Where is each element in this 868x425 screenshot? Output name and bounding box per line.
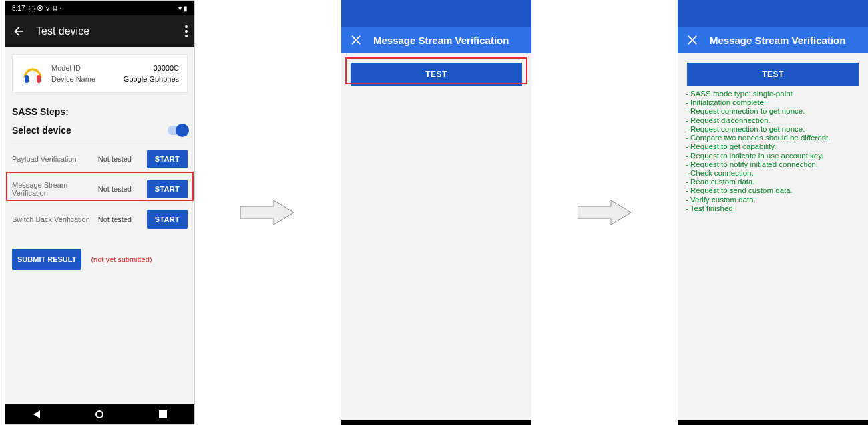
bottom-bar [341,420,531,425]
flow-arrow-icon [578,200,631,225]
test-button[interactable]: TEST [351,63,522,86]
phone-screen-2: Message Stream Verification TEST [341,0,531,425]
start-button[interactable]: START [147,150,188,168]
bottom-bar [678,420,868,425]
select-device-toggle[interactable] [168,126,188,135]
app-bar: Test device [5,15,194,47]
log-line: Request to indicate in use account key. [686,152,860,160]
svg-marker-7 [578,200,631,225]
back-arrow-icon[interactable] [12,25,25,38]
step-row-payload: Payload Verification Not tested START [12,144,188,174]
phone-screen-1: 8:17 ⬚ ⦿ ⋎ ⚙ · ▾ ▮ Test device [5,0,195,425]
log-line: Request disconnection. [686,116,860,125]
sub-app-bar: Message Stream Verification [341,27,531,53]
nav-home-icon[interactable] [95,410,103,418]
step-name: Payload Verification [12,155,91,163]
step-status: Not tested [98,185,140,193]
log-line: Request to get capability. [686,142,860,151]
log-line: Request connection to get nonce. [686,125,860,134]
step-row-switch-back: Switch Back Verification Not tested STAR… [12,204,188,234]
log-line: Compare two nonces should be different. [686,134,860,142]
step-name: Switch Back Verification [12,215,91,223]
log-line: Check connection. [686,169,860,178]
device-name-value: Google Gphones [124,75,179,83]
page-title: Test device [36,25,174,37]
top-bar [678,0,868,27]
device-info-card: Model ID 00000C Device Name Google Gphon… [12,54,188,93]
step-status: Not tested [98,155,140,163]
nav-back-icon[interactable] [33,410,40,418]
select-device-label: Select device [12,125,71,136]
step-row-message-stream: Message Stream Verification Not tested S… [12,174,188,204]
status-bar: 8:17 ⬚ ⦿ ⋎ ⚙ · ▾ ▮ [5,1,194,15]
status-left-icons: ⬚ ⦿ ⋎ ⚙ · [29,5,61,12]
svg-marker-6 [240,200,294,225]
status-right-icons: ▾ ▮ [178,5,188,12]
headphones-icon [21,61,45,86]
start-button[interactable]: START [147,210,188,229]
steps-section: SASS Steps: Select device Payload Verifi… [5,97,194,404]
more-vert-icon[interactable] [185,25,188,37]
sub-app-bar: Message Stream Verification [678,27,868,53]
close-icon[interactable] [351,35,361,45]
status-time: 8:17 [12,5,25,12]
steps-heading: SASS Steps: [12,106,188,117]
step-status: Not tested [98,215,140,223]
log-line: Request connection to get nonce. [686,107,860,116]
top-bar [341,0,531,27]
model-id-value: 00000C [153,64,179,72]
flow-arrow-icon [240,200,294,225]
tutorial-canvas: 8:17 ⬚ ⦿ ⋎ ⚙ · ▾ ▮ Test device [0,0,868,425]
msv-title: Message Stream Verification [710,35,845,46]
svg-rect-1 [37,75,41,83]
close-icon[interactable] [687,35,698,45]
test-log: SASS mode type: single-point Initializat… [678,90,868,213]
log-line: SASS mode type: single-point [686,90,860,98]
step-name: Message Stream Verification [12,181,91,197]
svg-rect-0 [25,75,29,83]
log-line: Verify custom data. [686,196,860,204]
log-line: Initialization complete [686,98,860,107]
log-line: Request to send custom data. [686,186,860,195]
log-line: Read custom data. [686,178,860,186]
test-button[interactable]: TEST [687,63,859,86]
nav-recent-icon[interactable] [159,410,167,418]
log-line: Request to notify initiated connection. [686,160,860,169]
phone-screen-3: Message Stream Verification TEST SASS mo… [678,0,868,425]
log-line: Test finished [686,204,860,213]
start-button[interactable]: START [147,180,188,198]
android-nav-bar [5,404,194,424]
submit-hint: (not yet submitted) [91,255,152,263]
device-name-label: Device Name [51,75,95,83]
submit-result-button[interactable]: SUBMIT RESULT [12,249,81,270]
msv-title: Message Stream Verification [373,35,509,46]
model-id-label: Model ID [51,64,81,72]
